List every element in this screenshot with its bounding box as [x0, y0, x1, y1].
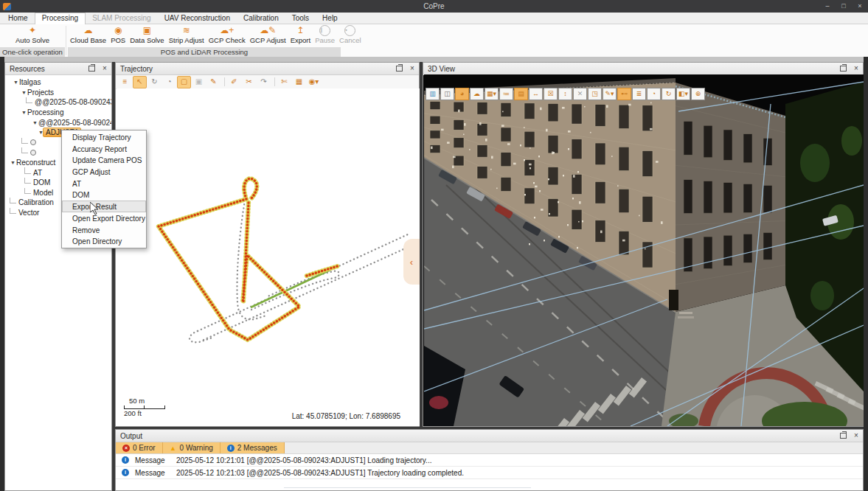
measure-3d-icon[interactable]: ✎▾ [603, 88, 617, 100]
tree-item-processing[interactable]: ▼Processing [5, 108, 111, 118]
3d-view-header[interactable]: 3D View × [423, 63, 863, 75]
tab-calibration[interactable]: Calibration [237, 13, 285, 24]
fit-view-icon[interactable]: ≡ [118, 76, 132, 88]
close-panel-icon[interactable]: × [409, 65, 416, 72]
playback-icon[interactable]: ◔ [162, 76, 176, 88]
copy-select-icon[interactable]: ▣ [192, 76, 206, 88]
section-icon[interactable]: ≣ [632, 88, 646, 100]
ribbon-group-separator [66, 26, 66, 55]
scale-bar: 50 m 200 ft [124, 397, 165, 417]
point-cloud-icon[interactable]: ☁ [470, 88, 484, 100]
clip-box-icon[interactable]: ◧▾ [676, 88, 690, 100]
warning-filter-button[interactable]: ▲ 0 Warning [163, 442, 221, 453]
point-cloud-viewport[interactable]: ▥◫◕☁▦▾≔▤↔☒↕✕◳✎▾⊷≣◔↻◧▾⊕ [424, 74, 864, 426]
title-bar[interactable]: CoPre –□× [0, 0, 868, 13]
copre-application-window: CoPre –□× HomeProcessingSLAM ProcessingU… [0, 0, 868, 491]
tree-item-projects[interactable]: ▼Projects [5, 88, 111, 98]
locate-icon[interactable]: ⊕ [691, 88, 705, 100]
float-panel-icon[interactable] [840, 66, 847, 72]
pan-3d-icon[interactable]: ↔ [529, 88, 543, 100]
accuracy-report-menu-item[interactable]: Accuracy Report [62, 143, 146, 155]
export-result-menu-item[interactable]: Export Result [62, 201, 146, 212]
float-panel-icon[interactable] [396, 66, 403, 72]
cancel-button[interactable]: ▪ Cancel [337, 24, 364, 44]
tab-help[interactable]: Help [316, 13, 344, 24]
cut-icon[interactable]: ✂ [242, 76, 256, 88]
auto-solve-button[interactable]: ✦ Auto Solve [13, 24, 52, 44]
data-solve-button[interactable]: ▣ Data Solve [128, 24, 166, 44]
clip-icon[interactable]: ✄ [277, 76, 291, 88]
grid-icon[interactable]: ▦ [292, 76, 306, 88]
select-box-icon[interactable]: ☒ [544, 88, 558, 100]
elevation-render-icon[interactable]: ▥ [426, 88, 440, 100]
close-panel-icon[interactable]: × [101, 65, 108, 72]
pause-button[interactable]: ∥ Pause [313, 24, 337, 44]
output-header[interactable]: Output × [116, 430, 863, 442]
volume-icon[interactable]: ◳ [588, 88, 602, 100]
spin-icon[interactable]: ↻ [662, 88, 676, 100]
tab-processing[interactable]: Processing [35, 13, 86, 24]
collapse-panel-handle[interactable]: ‹ [403, 239, 420, 285]
trajectory-title: Trajectory [120, 65, 396, 73]
intensity-render-icon[interactable]: ◫ [440, 88, 454, 100]
tree-item-processing-dataset[interactable]: ▼@@2025-05-08-090243 [5, 117, 111, 128]
orbit-icon[interactable]: ◔ [647, 88, 661, 100]
redo-icon[interactable]: ↷ [257, 76, 271, 88]
float-panel-icon[interactable] [840, 433, 847, 439]
tab-slam-processing[interactable]: SLAM Processing [86, 13, 157, 24]
error-filter-button[interactable]: × 0 Error [116, 442, 163, 453]
visibility-icon[interactable]: ◉▾ [307, 76, 321, 88]
close-panel-icon[interactable]: × [853, 432, 860, 439]
rect-select-icon[interactable]: ▢ [177, 76, 191, 88]
select-line-icon[interactable]: ↕ [558, 88, 572, 100]
display-trajectory-menu-item[interactable]: Display Trajectory [62, 131, 146, 143]
filter-icon: i [227, 445, 235, 452]
gcp-check-button[interactable]: ☁+ GCP Check [206, 24, 248, 44]
tab-uav-reconstruction[interactable]: UAV Reconstruction [158, 13, 237, 24]
tab-home[interactable]: Home [1, 13, 35, 24]
pos-button[interactable]: ◉ POS [108, 24, 128, 44]
measure-icon[interactable]: ✎ [206, 76, 221, 88]
gcp-adjust-button[interactable]: ☁✎ GCP Adjust [248, 24, 288, 44]
mark-icon[interactable]: ✐ [227, 76, 241, 88]
gcp-adjust-menu-item[interactable]: GCP Adjust [62, 166, 146, 178]
minimize-button[interactable]: – [819, 0, 836, 13]
export-button[interactable]: ↥ Export [288, 24, 313, 44]
rotate-view-icon[interactable]: ↻ [147, 76, 162, 88]
trajectory-canvas[interactable]: 50 m 200 ft Lat: 45.0785109; Lon: 7.6898… [117, 88, 420, 426]
select-tool-icon[interactable]: ↖ [133, 76, 147, 88]
display-mode-icon[interactable]: ▦▾ [485, 88, 499, 100]
log-row[interactable]: i Message 2025-05-12 10:21:03 [@@2025-05… [116, 467, 863, 479]
close-panel-icon[interactable]: × [853, 65, 860, 72]
update-camera-pos-menu-item[interactable]: Update Camera POS [62, 154, 146, 166]
trajectory-header[interactable]: Trajectory × [116, 63, 419, 75]
float-panel-icon[interactable] [88, 66, 95, 72]
ribbon-tab-bar: HomeProcessingSLAM ProcessingUAV Reconst… [0, 13, 868, 24]
close-button[interactable]: × [852, 0, 868, 13]
3d-view-toolbar: ▥◫◕☁▦▾≔▤↔☒↕✕◳✎▾⊷≣◔↻◧▾⊕ [426, 88, 706, 100]
classification-icon[interactable]: ▤ [514, 88, 528, 100]
log-row[interactable]: i Message 2025-05-12 10:21:01 [@@2025-05… [116, 454, 863, 467]
filter-icon[interactable]: ≔ [499, 88, 513, 100]
mouse-cursor-icon [90, 202, 99, 218]
maximize-button[interactable]: □ [836, 0, 852, 13]
tree-item-italgas[interactable]: ▼Italgas [5, 77, 111, 88]
open-export-directory-menu-item[interactable]: Open Export Directory [62, 212, 146, 224]
clear-selection-icon[interactable]: ✕ [573, 88, 587, 100]
cloud-base-button[interactable]: ☁ Cloud Base [68, 24, 108, 44]
tab-tools[interactable]: Tools [285, 13, 316, 24]
at-menu-item[interactable]: AT [62, 178, 146, 189]
resources-header[interactable]: Resources × [5, 63, 111, 75]
remove-menu-item[interactable]: Remove [62, 224, 146, 236]
tree-item-project-dataset[interactable]: @@2025-05-08-090243 [5, 97, 111, 108]
open-directory-menu-item[interactable]: Open Directory [62, 235, 146, 247]
dom-menu-item[interactable]: DOM [62, 189, 146, 201]
profile-icon[interactable]: ⊷ [617, 88, 631, 100]
rgb-render-icon[interactable]: ◕ [455, 88, 469, 100]
one-click-group: ✦ Auto Solve [0, 24, 65, 47]
expand-arrow-icon: ▼ [21, 90, 27, 95]
message-filter-button[interactable]: i 2 Messages [221, 442, 285, 453]
ribbon-button-icon: ☁+ [220, 24, 234, 36]
resources-title: Resources [10, 65, 88, 73]
strip-adjust-button[interactable]: ≋ Strip Adjust [167, 24, 206, 44]
